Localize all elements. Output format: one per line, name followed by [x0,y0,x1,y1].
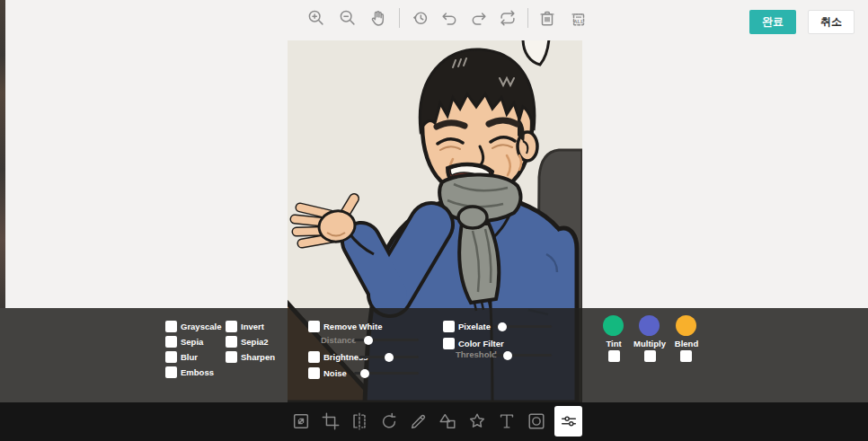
shape-tool-icon[interactable] [438,411,457,431]
undo-icon[interactable] [439,8,459,28]
sharpen-label: Sharpen [241,352,275,362]
threshold-slider[interactable] [494,349,552,361]
noise-checkbox[interactable] [308,367,320,379]
sepia2-checkbox[interactable] [226,336,237,348]
multiply-label: Multiply [627,339,672,348]
color-filter-label: Color Filter [458,339,504,348]
multiply-checkbox[interactable] [644,350,656,362]
emboss-checkbox[interactable] [165,366,177,378]
threshold-label: Threshold [456,349,497,359]
draw-tool-icon[interactable] [409,411,429,431]
redo-icon[interactable] [469,8,489,28]
grayscale-label: Grayscale [181,322,221,331]
resize-tool-icon[interactable] [291,411,311,431]
hand-icon[interactable] [368,8,388,28]
multiply-color-swatch[interactable] [639,315,660,336]
cancel-button[interactable]: 취소 [808,10,855,34]
icon-tool-icon[interactable] [467,411,487,431]
remove-white-label: Remove White [323,322,382,331]
reset-icon[interactable] [498,8,518,28]
sharpen-checkbox[interactable] [226,351,237,363]
noise-label: Noise [323,368,347,378]
history-icon[interactable] [411,8,430,28]
tint-color-swatch[interactable] [603,315,624,336]
blend-checkbox[interactable] [680,350,692,362]
emboss-label: Emboss [181,367,214,377]
toolbar-divider [399,8,400,28]
rotate-tool-icon[interactable] [379,411,399,431]
brightness-checkbox[interactable] [308,351,320,363]
svg-text:ALL: ALL [573,19,584,24]
delete-all-icon[interactable]: ALL [569,8,589,28]
blur-checkbox[interactable] [165,351,177,363]
pixelate-slider[interactable] [494,321,552,332]
filter-panel: Grayscale Invert Sepia Sepia2 Blur Sharp… [0,308,868,402]
blend-label: Blend [669,339,704,348]
toolbar-divider [527,8,528,28]
color-filter-checkbox[interactable] [443,338,455,349]
distance-slider[interactable] [354,334,419,346]
zoom-out-icon[interactable] [338,8,358,28]
text-tool-icon[interactable] [497,411,517,431]
brightness-slider[interactable] [359,351,419,363]
delete-icon[interactable] [537,8,557,28]
image-editor: ALL 완료 취소 [0,0,868,441]
noise-slider[interactable] [354,367,419,379]
invert-label: Invert [241,322,264,331]
remove-white-checkbox[interactable] [308,321,320,332]
tint-checkbox[interactable] [608,350,620,362]
zoom-in-icon[interactable] [306,8,326,28]
blur-label: Blur [181,352,198,362]
pixelate-checkbox[interactable] [443,321,455,332]
sepia-label: Sepia [181,337,203,347]
filter-tool-icon[interactable] [554,406,582,437]
mask-tool-icon[interactable] [527,411,546,431]
grayscale-checkbox[interactable] [165,321,177,332]
distance-label: Distance [321,335,357,345]
bottom-toolbar [0,402,868,441]
invert-checkbox[interactable] [226,321,237,332]
blend-color-swatch[interactable] [676,315,696,336]
sepia2-label: Sepia2 [241,337,269,347]
flip-tool-icon[interactable] [350,411,369,431]
sepia-checkbox[interactable] [165,336,177,348]
tint-label: Tint [596,339,632,348]
crop-tool-icon[interactable] [321,411,341,431]
pixelate-label: Pixelate [458,322,491,331]
done-button[interactable]: 완료 [749,10,796,34]
left-cropped-panel [0,0,5,308]
